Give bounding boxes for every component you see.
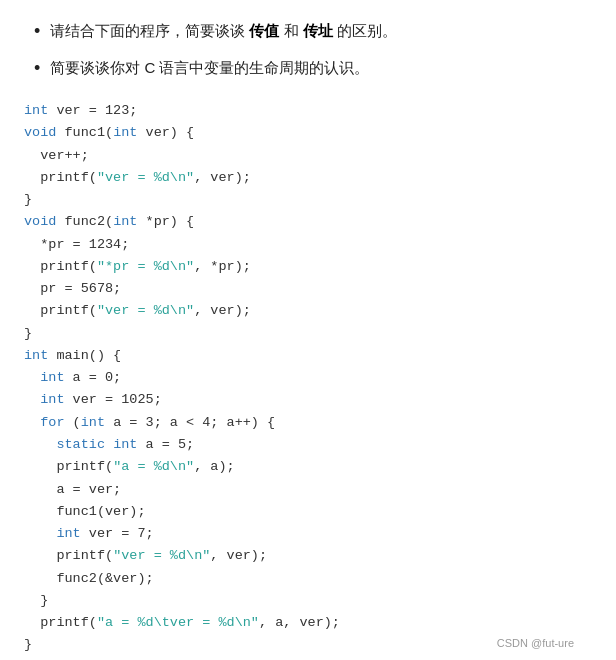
plain-21b: , ver); xyxy=(210,548,267,563)
plain-13a xyxy=(24,370,40,385)
code-line-17: printf("a = %d\n", a); xyxy=(24,456,592,478)
plain-4b: , ver); xyxy=(194,170,251,185)
code-line-8: printf("*pr = %d\n", *pr); xyxy=(24,256,592,278)
code-line-15: for (int a = 3; a < 4; a++) { xyxy=(24,412,592,434)
plain-21a: printf( xyxy=(24,548,113,563)
plain-2: func1( xyxy=(56,125,113,140)
watermark: CSDN @fut-ure xyxy=(497,637,574,649)
code-line-22: func2(&ver); xyxy=(24,568,592,590)
code-line-10: printf("ver = %d\n", ver); xyxy=(24,300,592,322)
code-line-6: void func2(int *pr) { xyxy=(24,211,592,233)
kw-static: static xyxy=(56,437,105,452)
plain-19: func1(ver); xyxy=(24,504,146,519)
kw-int-4: int xyxy=(24,348,48,363)
kw-int-5: int xyxy=(40,370,64,385)
plain-22: func2(&ver); xyxy=(24,571,154,586)
plain-20a xyxy=(24,526,56,541)
code-block: int ver = 123; void func1(int ver) { ver… xyxy=(24,96,592,660)
plain-16a xyxy=(24,437,56,452)
plain-14a xyxy=(24,392,40,407)
code-line-21: printf("ver = %d\n", ver); xyxy=(24,545,592,567)
code-line-12: int main() { xyxy=(24,345,592,367)
plain-10b: , ver); xyxy=(194,303,251,318)
code-line-4: printf("ver = %d\n", ver); xyxy=(24,167,592,189)
bullet-dot-1: • xyxy=(34,18,40,45)
plain-8a: printf( xyxy=(24,259,97,274)
highlight-chuanzhi: 传值 xyxy=(249,22,279,39)
code-line-2: void func1(int ver) { xyxy=(24,122,592,144)
str-8: "*pr = %d\n" xyxy=(97,259,194,274)
str-17: "a = %d\n" xyxy=(113,459,194,474)
code-line-16: static int a = 5; xyxy=(24,434,592,456)
page-wrapper: • 请结合下面的程序，简要谈谈 传值 和 传址 的区别。 • 简要谈谈你对 C … xyxy=(24,18,592,660)
code-line-5: } xyxy=(24,189,592,211)
plain-6b: *pr) { xyxy=(137,214,194,229)
plain-9: pr = 5678; xyxy=(24,281,121,296)
code-line-20: int ver = 7; xyxy=(24,523,592,545)
bullet-text-2: 简要谈谈你对 C 语言中变量的生命周期的认识。 xyxy=(50,55,592,81)
plain-23: } xyxy=(24,593,48,608)
plain-18: a = ver; xyxy=(24,482,121,497)
plain-10a: printf( xyxy=(24,303,97,318)
code-line-9: pr = 5678; xyxy=(24,278,592,300)
plain-16b xyxy=(105,437,113,452)
plain-8b: , *pr); xyxy=(194,259,251,274)
str-10: "ver = %d\n" xyxy=(97,303,194,318)
plain-1: ver = 123; xyxy=(48,103,137,118)
code-line-7: *pr = 1234; xyxy=(24,234,592,256)
code-line-3: ver++; xyxy=(24,145,592,167)
plain-11: } xyxy=(24,326,32,341)
code-line-23: } xyxy=(24,590,592,612)
code-line-11: } xyxy=(24,323,592,345)
kw-int-3: int xyxy=(113,214,137,229)
kw-int-6: int xyxy=(40,392,64,407)
kw-int-2: int xyxy=(113,125,137,140)
bullet-item-2: • 简要谈谈你对 C 语言中变量的生命周期的认识。 xyxy=(34,55,592,82)
str-4: "ver = %d\n" xyxy=(97,170,194,185)
kw-int-9: int xyxy=(56,526,80,541)
kw-void-2: void xyxy=(24,214,56,229)
kw-int-8: int xyxy=(113,437,137,452)
plain-2b: ver) { xyxy=(137,125,194,140)
plain-14b: ver = 1025; xyxy=(65,392,162,407)
plain-25: } xyxy=(24,637,32,652)
code-line-1: int ver = 123; xyxy=(24,100,592,122)
code-line-18: a = ver; xyxy=(24,479,592,501)
kw-int-7: int xyxy=(81,415,105,430)
bullet-text-1: 请结合下面的程序，简要谈谈 传值 和 传址 的区别。 xyxy=(50,18,592,44)
plain-24a: printf( xyxy=(24,615,97,630)
plain-24b: , a, ver); xyxy=(259,615,340,630)
plain-4a: printf( xyxy=(24,170,97,185)
kw-for: for xyxy=(40,415,64,430)
code-line-19: func1(ver); xyxy=(24,501,592,523)
plain-6a: func2( xyxy=(56,214,113,229)
plain-5: } xyxy=(24,192,32,207)
str-24: "a = %d\tver = %d\n" xyxy=(97,615,259,630)
str-21: "ver = %d\n" xyxy=(113,548,210,563)
plain-12: main() { xyxy=(48,348,121,363)
plain-15b: ( xyxy=(65,415,81,430)
plain-7: *pr = 1234; xyxy=(24,237,129,252)
plain-20b: ver = 7; xyxy=(81,526,154,541)
plain-13b: a = 0; xyxy=(65,370,122,385)
plain-3: ver++; xyxy=(24,148,89,163)
plain-17a: printf( xyxy=(24,459,113,474)
highlight-chuanzhi2: 传址 xyxy=(303,22,333,39)
code-line-13: int a = 0; xyxy=(24,367,592,389)
code-line-14: int ver = 1025; xyxy=(24,389,592,411)
plain-16c: a = 5; xyxy=(137,437,194,452)
bullet-item-1: • 请结合下面的程序，简要谈谈 传值 和 传址 的区别。 xyxy=(34,18,592,45)
kw-int-1: int xyxy=(24,103,48,118)
plain-17b: , a); xyxy=(194,459,235,474)
kw-void-1: void xyxy=(24,125,56,140)
bullet-list: • 请结合下面的程序，简要谈谈 传值 和 传址 的区别。 • 简要谈谈你对 C … xyxy=(24,18,592,82)
code-line-24: printf("a = %d\tver = %d\n", a, ver); xyxy=(24,612,592,634)
plain-15a xyxy=(24,415,40,430)
plain-15c: a = 3; a < 4; a++) { xyxy=(105,415,275,430)
bullet-dot-2: • xyxy=(34,55,40,82)
